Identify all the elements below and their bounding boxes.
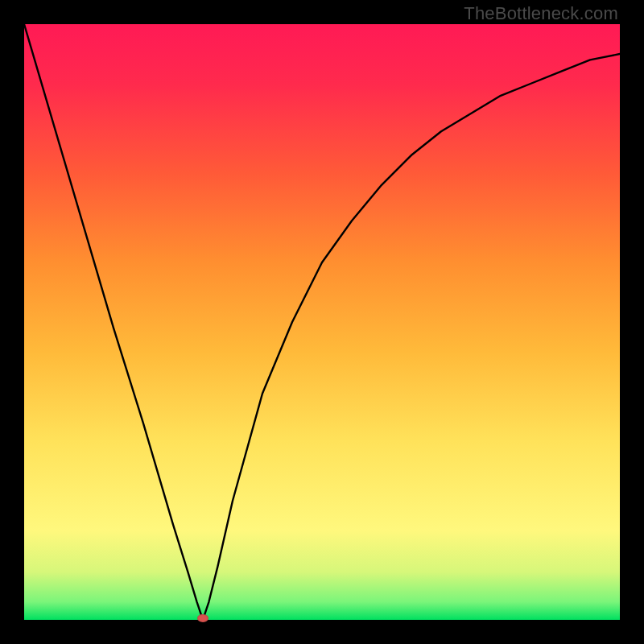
chart-frame: TheBottleneck.com <box>0 0 644 644</box>
plot-area <box>24 24 620 620</box>
watermark: TheBottleneck.com <box>464 3 618 24</box>
background-gradient <box>24 24 620 620</box>
svg-rect-0 <box>24 24 620 620</box>
minimum-marker <box>197 614 208 622</box>
